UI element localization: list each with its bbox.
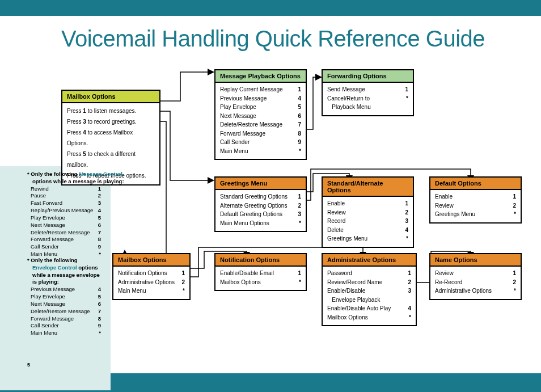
box-body: Review1Re-Record2Administrative Options* [430, 267, 521, 299]
option-row: Administrative Options2 [118, 278, 185, 287]
option-key: 6 [294, 112, 301, 121]
option-row: Main Menu* [118, 286, 185, 296]
box-administrative-options: Administrative Options Password1Review/R… [322, 253, 417, 326]
option-row: Delete4 [327, 226, 408, 235]
option-key: 7 [98, 229, 101, 237]
option-key: 5 [98, 214, 101, 222]
option-label: Call Sender [31, 322, 59, 330]
option-row: Notification Options1 [118, 269, 185, 278]
option-label: Review [435, 201, 454, 210]
box-body: Password1Review/Record Name2Enable/Disab… [323, 267, 416, 325]
option-row: Play Envelope5 [27, 293, 101, 301]
option-key: * [295, 147, 301, 156]
option-label: Administrative Options [118, 278, 175, 287]
option-key: 1 [509, 269, 516, 278]
option-row: Review2 [327, 208, 408, 217]
option-key: * [179, 286, 185, 296]
option-key: * [510, 210, 516, 219]
sidebar-subheading: is playing: [27, 279, 101, 286]
option-row: Enable/Disable Auto Play4 [327, 304, 411, 313]
option-row: Greetings Menu* [327, 234, 408, 243]
box-header: Mailbox Options [113, 254, 189, 267]
instruction-line: Press 1 to listen messages. [67, 106, 155, 116]
option-key: 2 [98, 192, 101, 200]
option-row: Main Menu Options* [220, 219, 301, 228]
option-key: 2 [509, 201, 516, 210]
option-row: Previous Message4 [27, 286, 101, 293]
box-body: Enable/Disable Email1Mailbox Options* [215, 267, 306, 290]
option-key: 2 [404, 278, 411, 287]
sidebar-heading: * Only the following Message Control [27, 171, 124, 178]
option-key: 1 [401, 85, 408, 94]
option-key: 3 [294, 210, 301, 219]
option-row: Enable/Disable Envelope Playback3 [327, 286, 411, 304]
box-header: Standard/Alternate Options [323, 178, 413, 197]
option-key: 1 [294, 192, 301, 201]
option-row: Pause2 [27, 192, 101, 200]
option-label: Greetings Menu [327, 234, 367, 243]
sidebar-list: Rewind1Pause2Fast Forward3Replay/Previou… [27, 186, 124, 258]
sidebar-heading: * Only the following [27, 257, 101, 264]
text: options [77, 264, 98, 271]
option-key: 1 [401, 199, 408, 208]
page: Voicemail Handling Quick Reference Guide [0, 16, 541, 373]
option-row: Delete/Restore Message7 [27, 308, 101, 315]
box-header: Default Options [430, 178, 521, 190]
option-label: Default Greeting Options [220, 210, 282, 219]
option-key: 6 [98, 222, 101, 229]
option-label: Replay Current Message [220, 85, 283, 94]
option-row: Fast Forward3 [27, 200, 101, 207]
instruction-line: Press 3 to record greetings. [67, 116, 155, 127]
option-label: Play Envelope [220, 103, 256, 112]
asterisk: * [27, 171, 29, 177]
option-row: Previous Message4 [220, 94, 301, 103]
option-key: 8 [98, 315, 101, 323]
text: Only the following [31, 257, 77, 263]
accent-text: Envelope Control [32, 264, 77, 271]
option-label: Cancel/Return to Playback Menu [327, 94, 371, 112]
asterisk: * [27, 257, 29, 263]
box-mailbox-options: Mailbox Options Notification Options1Adm… [112, 253, 191, 300]
option-label: Forward Message [220, 129, 265, 138]
option-row: Re-Record2 [435, 278, 516, 287]
option-label: Previous Message [31, 286, 75, 293]
option-label: Record [327, 217, 345, 226]
option-key: 4 [404, 304, 411, 313]
page-title: Voicemail Handling Quick Reference Guide [61, 26, 485, 52]
option-row: Enable1 [435, 192, 516, 201]
option-label: Enable/Disable Email [220, 269, 274, 278]
option-label: Play Envelope [31, 293, 65, 301]
accent-text: Message Control [79, 171, 122, 177]
option-row: Record3 [327, 217, 408, 226]
box-notification-options: Notification Options Enable/Disable Emai… [214, 253, 307, 291]
option-row: Main Menu* [220, 147, 301, 156]
option-row: Delete/Restore Message7 [27, 229, 101, 237]
option-key: 8 [98, 236, 101, 243]
box-body: Enable1Review2Greetings Menu* [430, 190, 521, 222]
option-key: * [295, 278, 301, 287]
option-label: Enable [327, 199, 345, 208]
page-number: 5 [27, 362, 30, 368]
option-key: 1 [509, 192, 516, 201]
option-label: Delete/Restore Message [31, 308, 90, 315]
box-header: Greetings Menu [215, 178, 306, 190]
option-row: Call Sender9 [27, 322, 101, 330]
option-row: Enable1 [327, 199, 408, 208]
sidebar-subheading: while a message envelope [27, 272, 101, 279]
option-key: * [403, 94, 408, 112]
option-row: Call Sender9 [220, 138, 301, 147]
option-label: Next Message [31, 301, 65, 308]
option-key: 2 [401, 208, 408, 217]
option-key: 4 [98, 286, 101, 293]
option-label: Main Menu [31, 330, 57, 337]
option-key: * [510, 286, 516, 296]
instruction-line: Press 5 to check a different mailbox. [67, 149, 155, 170]
box-greetings-menu: Greetings Menu Standard Greeting Options… [214, 176, 307, 232]
option-key: 9 [98, 243, 101, 251]
box-body: Notification Options1Administrative Opti… [113, 267, 189, 299]
option-row: Standard Greeting Options1 [220, 192, 301, 201]
option-label: Delete/Restore Message [220, 120, 282, 129]
option-label: Review [327, 208, 346, 217]
option-label: Play Envelope [31, 214, 65, 222]
box-header: Forwarding Options [323, 70, 413, 83]
